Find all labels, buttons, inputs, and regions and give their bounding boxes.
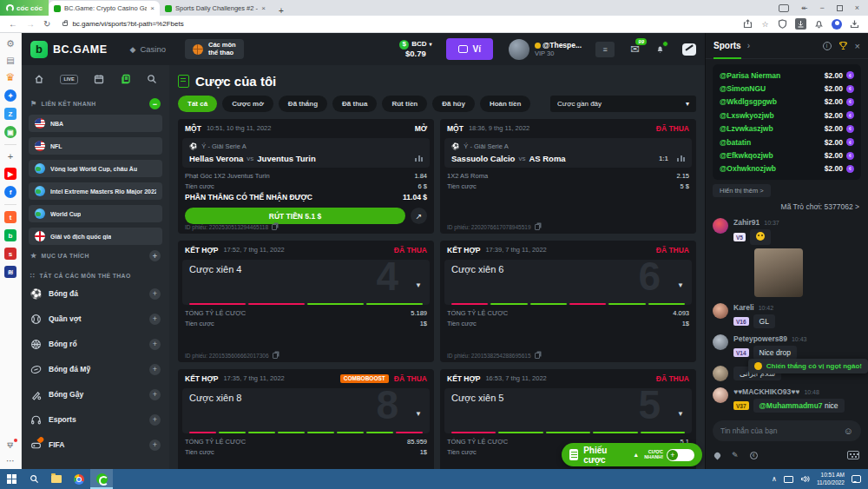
feed-list-icon[interactable]: ▤ [6, 56, 14, 65]
action-center-icon[interactable] [852, 475, 861, 483]
sidebar-item-nfl[interactable]: NFL [29, 137, 162, 155]
close-window-button[interactable]: × [855, 3, 859, 12]
taskbar-clock[interactable]: 10:51 AM 11/10/2022 [817, 472, 845, 486]
avatar[interactable] [713, 366, 728, 381]
forward-button[interactable]: → [26, 19, 35, 29]
close-chat-icon[interactable]: × [855, 41, 860, 51]
notifications-button[interactable] [655, 44, 665, 54]
expand-caret-icon[interactable]: ▼ [415, 281, 422, 289]
copy-icon[interactable] [272, 224, 277, 230]
bet-card-single-open[interactable]: MỘT 10:51, 10 thg 11, 2022 MỞ ⚽Ý - Giải … [178, 119, 434, 234]
sport-item-basketball[interactable]: Bóng rổ + [30, 335, 161, 353]
expand-caret-icon[interactable]: ▼ [677, 410, 684, 418]
betslip-button[interactable]: Phiếu cược ▲ CƯỢCNHANH! + [562, 443, 702, 466]
tip-coin-icon[interactable]: ¢ [750, 452, 758, 459]
expand-icon[interactable]: + [149, 288, 161, 300]
balance-selector[interactable]: $BCD▾ $0.79 [399, 40, 431, 58]
sidebar-item-wc-qualifiers[interactable]: Vòng loại World Cup, châu Âu [29, 160, 162, 177]
minimize-button[interactable]: − [819, 3, 824, 12]
expand-icon[interactable]: + [149, 314, 161, 325]
bet-card-combo-8[interactable]: KẾT HỢP 17:35, 7 thg 11, 2022 COMBOBOOST… [178, 369, 434, 469]
tip-row[interactable]: @batatin$2.00¢ [720, 135, 854, 149]
emoji-picker-icon[interactable]: ☺ [844, 426, 853, 436]
filter-cashout[interactable]: Rút tiền [382, 96, 427, 112]
search-icon[interactable] [147, 74, 157, 84]
sport-item-cricket[interactable]: Bóng Gậy + [30, 386, 161, 403]
gif-keyboard-icon[interactable] [847, 451, 859, 459]
calendar-icon[interactable] [94, 74, 104, 84]
start-button[interactable] [0, 469, 23, 489]
browser-profile-avatar[interactable] [832, 19, 842, 30]
tab-search-icon[interactable] [779, 4, 789, 12]
chrome-icon[interactable] [68, 469, 90, 489]
expand-icon[interactable]: + [149, 389, 161, 400]
reload-button[interactable]: ↻ [43, 19, 50, 29]
expand-icon[interactable]: + [149, 414, 161, 426]
tab-close-icon[interactable]: × [261, 4, 266, 12]
tip-row[interactable]: @Wkdlgsgpgwb$2.00¢ [720, 96, 854, 109]
filter-cancelled[interactable]: Đã hủy [432, 96, 475, 112]
rules-pen-icon[interactable]: ✎ [732, 451, 739, 459]
tab-close-icon[interactable]: × [150, 4, 155, 12]
sidebar-item-nba[interactable]: NBA [29, 115, 162, 132]
stats-icon[interactable] [415, 155, 423, 162]
downloads-tray-icon[interactable] [850, 19, 859, 29]
inbox-button[interactable]: ✉99 [630, 43, 640, 56]
tip-row[interactable]: @SimonNGU$2.00¢ [720, 82, 854, 95]
stats-icon[interactable] [677, 155, 685, 162]
game-code-link[interactable]: Mã Trò chơi: 5377062 > [714, 202, 859, 211]
gamepad-icon[interactable]: ▣ [4, 126, 16, 138]
sidebar-item-national-league[interactable]: Giải vô địch quốc gia [29, 228, 162, 245]
tip-row[interactable]: @Oxhwknozjwb$2.00¢ [720, 162, 854, 175]
quick-bet-toggle[interactable]: + [667, 449, 694, 461]
shop-bag-icon[interactable]: b [4, 229, 16, 241]
collapse-button[interactable]: − [149, 98, 161, 109]
nav-casino[interactable]: ◆ Casino [130, 44, 167, 54]
tray-expand-icon[interactable]: ∧ [772, 475, 777, 483]
filter-open[interactable]: Cược mở [222, 96, 273, 112]
notifications-bell-icon[interactable] [814, 19, 824, 29]
coccoc-taskbar-icon[interactable] [90, 469, 113, 489]
cashout-button[interactable]: RÚT TIỀN 5.1 $ [185, 208, 405, 224]
show-more-button[interactable]: Hiển thị thêm > [713, 184, 771, 197]
rain-icon[interactable] [713, 451, 722, 459]
sport-item-fifa[interactable]: FIFA + [30, 436, 161, 453]
shield-icon[interactable] [778, 19, 787, 29]
sidebar-item-world-cup[interactable]: World Cup [29, 205, 162, 222]
add-shortcut-icon[interactable]: + [8, 151, 13, 162]
add-favorite-button[interactable]: + [149, 250, 161, 261]
blue-tile-icon[interactable]: ≋ [4, 266, 16, 278]
copy-icon[interactable] [273, 353, 278, 359]
volume-icon[interactable] [800, 474, 810, 484]
expand-caret-icon[interactable]: ▼ [677, 281, 684, 289]
chat-image[interactable] [754, 248, 803, 297]
file-explorer-icon[interactable] [45, 469, 68, 489]
tiki-icon[interactable]: t [4, 211, 16, 223]
my-bets-icon[interactable] [121, 74, 131, 84]
taskbar-search-icon[interactable] [23, 469, 45, 489]
shoe-store-icon[interactable]: s [4, 248, 16, 260]
tab-bcgame[interactable]: BC.Game: Crypto Casino Gan × [49, 1, 160, 16]
tip-row[interactable]: @Parisa Nierman$2.00¢ [720, 69, 854, 82]
messenger-icon[interactable]: ✦ [4, 89, 16, 102]
chat-room-tab[interactable]: Sports [713, 33, 741, 59]
share-bet-button[interactable]: ↗ [411, 208, 427, 224]
bet-card-combo-4[interactable]: KẾT HỢP 17:52, 7 thg 11, 2022 ĐÃ THUA Cư… [178, 241, 434, 362]
menu-list-button[interactable]: ≡ [595, 42, 615, 57]
sport-item-tennis[interactable]: Quần vợt + [30, 310, 161, 327]
avatar[interactable] [713, 387, 728, 403]
zalo-icon[interactable]: Z [4, 108, 16, 120]
tip-row[interactable]: @Efkwkqozjwb$2.00¢ [720, 149, 854, 162]
tip-row[interactable]: @Lzvwkaszjwb$2.00¢ [720, 122, 854, 135]
expand-icon[interactable]: + [149, 364, 161, 375]
facebook-icon[interactable]: f [4, 186, 16, 198]
avatar[interactable] [713, 334, 728, 350]
chevron-right-icon[interactable]: › [747, 41, 750, 50]
avatar[interactable] [713, 218, 728, 234]
filter-refund[interactable]: Hoàn tiền [480, 96, 530, 112]
avatar[interactable] [713, 303, 728, 319]
coccoc-brand-button[interactable]: cốc cốc [0, 0, 49, 16]
filter-won[interactable]: Đã thắng [279, 96, 327, 112]
chat-input[interactable] [720, 426, 838, 435]
live-tab[interactable]: LIVE [60, 75, 77, 84]
